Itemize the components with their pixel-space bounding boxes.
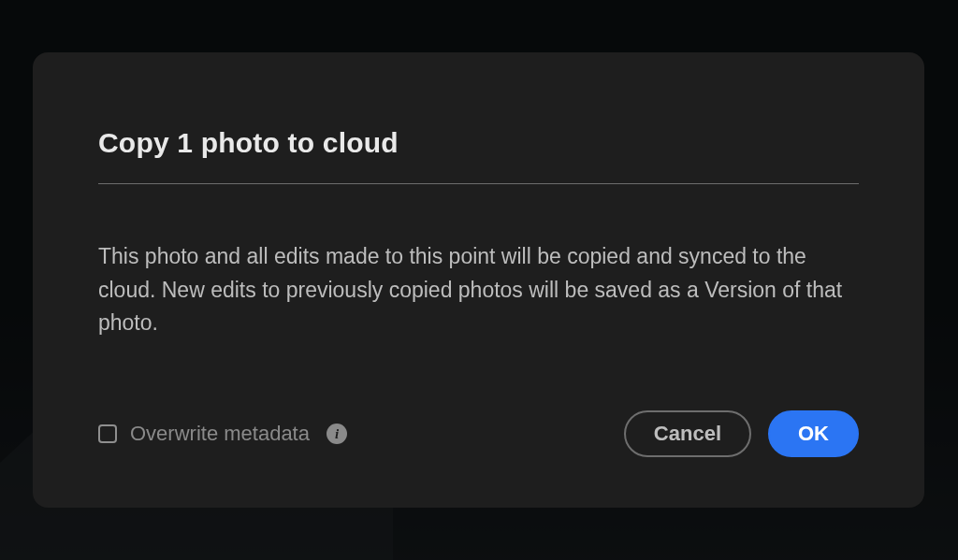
dialog-body-text: This photo and all edits made to this po… [98, 184, 851, 340]
copy-to-cloud-dialog: Copy 1 photo to cloud This photo and all… [33, 52, 924, 508]
overwrite-metadata-checkbox[interactable]: Overwrite metadata i [98, 422, 347, 446]
dialog-footer: Overwrite metadata i Cancel OK [98, 410, 859, 457]
checkbox-box-icon [98, 424, 117, 443]
dialog-title: Copy 1 photo to cloud [98, 127, 859, 183]
info-icon[interactable]: i [327, 424, 347, 444]
dialog-button-row: Cancel OK [624, 410, 859, 457]
cancel-button[interactable]: Cancel [624, 410, 751, 457]
checkbox-label: Overwrite metadata [130, 422, 310, 446]
ok-button[interactable]: OK [768, 410, 859, 457]
